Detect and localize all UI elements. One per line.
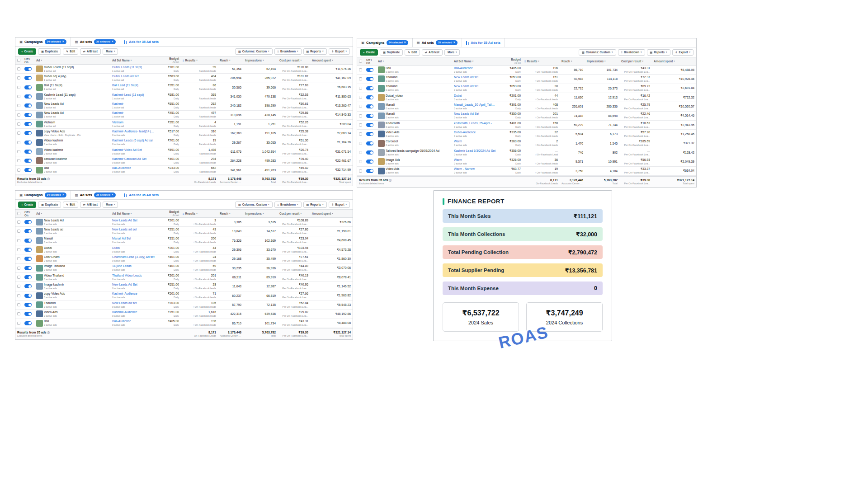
ad-active-toggle[interactable] xyxy=(24,312,32,316)
ad-name[interactable]: Vietnam xyxy=(44,121,56,125)
ad-set-cell[interactable]: New Leads Ad Set 0 active ads xyxy=(110,282,156,291)
ad-name[interactable]: Bali (11 Sept) xyxy=(44,84,62,88)
tab-ads[interactable]: Ads for 35 Ad sets xyxy=(120,38,163,46)
ad-cell[interactable]: Thailand 0 active ads xyxy=(34,300,110,309)
row-toggle-cell[interactable] xyxy=(23,65,34,73)
ad-set-cell[interactable]: Kashmir Video Ad Set 0 active ads xyxy=(110,147,156,156)
columns-button[interactable]: ▥ Columns: Custom ▾ xyxy=(235,48,272,55)
ad-cell[interactable]: Manali 0 active ads xyxy=(376,112,452,120)
tab-campaigns[interactable]: ▣ Campaigns 34 selected × xyxy=(15,191,71,199)
ad-cell[interactable]: Video kashmir 0 active ads xyxy=(34,147,110,156)
duplicate-button[interactable]: ▣ Duplicate xyxy=(380,49,403,56)
ad-cell[interactable]: Char Dham 0 active ads xyxy=(34,254,110,263)
row-checkbox-cell[interactable] xyxy=(15,300,23,309)
column-header-impressions[interactable]: Impressions▾ xyxy=(243,56,278,64)
ad-name[interactable]: Kashmir Lead (11 sept) xyxy=(44,93,75,97)
row-checkbox-cell[interactable] xyxy=(15,129,23,137)
tab-campaigns[interactable]: ▣ Campaigns 34 selected × xyxy=(15,38,71,46)
ad-active-toggle[interactable] xyxy=(366,77,373,81)
ad-set-name-link[interactable]: Dubai Leads ad set xyxy=(112,75,139,79)
ad-cell[interactable]: Dubai Leads (11 sept) 1 active ad xyxy=(34,65,110,73)
ad-set-name-link[interactable]: Kashmir Carousel Ad Set xyxy=(112,157,146,161)
row-checkbox[interactable] xyxy=(17,95,20,98)
close-icon[interactable]: × xyxy=(62,193,64,197)
row-checkbox[interactable] xyxy=(17,122,20,126)
ad-set-cell[interactable]: New Leads ad set 0 active ads xyxy=(452,75,498,83)
breakdown-button[interactable]: ≡ Breakdown ▾ xyxy=(274,48,302,55)
row-checkbox[interactable] xyxy=(17,303,20,306)
ad-name[interactable]: New Leads Ad xyxy=(44,219,64,223)
ad-set-cell[interactable]: Kashmir-Audience 0 active ads xyxy=(110,310,156,318)
ad-cell[interactable]: Image kashmir 0 active ads xyxy=(34,282,110,291)
ad-name[interactable]: Image Ads xyxy=(386,158,400,162)
row-toggle-cell[interactable] xyxy=(23,92,34,101)
ad-set-cell[interactable]: Bali-Audience 0 active ads xyxy=(110,319,156,328)
create-button[interactable]: + Create xyxy=(18,202,36,208)
column-header-ad[interactable]: Ad▾ xyxy=(34,210,110,217)
row-checkbox[interactable] xyxy=(17,159,20,162)
ad-active-toggle[interactable] xyxy=(24,168,32,172)
ad-set-cell[interactable]: Manali Ad Set 0 active ads xyxy=(110,236,156,245)
close-icon[interactable]: × xyxy=(112,40,113,43)
ad-set-cell[interactable]: Kashmir-Audience 0 active ads xyxy=(110,291,156,300)
ad-name[interactable]: Video kashmir xyxy=(44,148,63,152)
row-checkbox-cell[interactable] xyxy=(15,227,23,235)
row-toggle-cell[interactable] xyxy=(23,291,34,300)
columns-button[interactable]: ▥ Columns: Custom ▾ xyxy=(579,49,616,56)
column-header-results[interactable]: ≡Results▾ xyxy=(181,56,218,64)
column-header-reach[interactable]: Reach▾ xyxy=(218,210,243,217)
ad-name[interactable]: New Leads ad xyxy=(44,228,63,232)
row-checkbox[interactable] xyxy=(17,257,20,260)
ad-cell[interactable]: Image Ads 0 active ads xyxy=(376,157,452,166)
reports-button[interactable]: ▤ Reports ▾ xyxy=(647,49,670,56)
row-checkbox-cell[interactable] xyxy=(15,245,23,254)
ad-active-toggle[interactable] xyxy=(24,76,32,80)
row-checkbox[interactable] xyxy=(359,96,362,99)
ad-active-toggle[interactable] xyxy=(24,275,32,279)
ad-name[interactable]: Image kashmir xyxy=(44,283,64,287)
ad-set-name-link[interactable]: Manali Ad Set xyxy=(112,237,131,241)
row-checkbox-cell[interactable] xyxy=(15,101,23,110)
column-header-impressions[interactable]: Impressions▾ xyxy=(243,210,278,217)
column-header-reach[interactable]: Reach▾ xyxy=(560,57,585,65)
ad-name[interactable]: copy Video Ads xyxy=(44,292,65,296)
ad-name[interactable]: Image Thailand xyxy=(44,264,65,268)
row-toggle-cell[interactable] xyxy=(23,156,34,165)
export-button[interactable]: ⇩ Export ▾ xyxy=(329,48,350,55)
ad-cell[interactable]: Dubai ad( 4 july) 1 active ad xyxy=(34,74,110,82)
ad-active-toggle[interactable] xyxy=(24,321,32,325)
column-header-budget[interactable]: BudgetAd set xyxy=(498,57,523,65)
ad-active-toggle[interactable] xyxy=(366,150,373,155)
row-checkbox[interactable] xyxy=(359,132,362,136)
column-header-amount-spent[interactable]: Amount spent▾ xyxy=(652,57,696,65)
row-checkbox[interactable] xyxy=(359,160,362,163)
ad-cell[interactable]: Video Ads 0 active ads xyxy=(34,310,110,318)
column-header-ad[interactable]: Ad▾ xyxy=(376,57,452,65)
row-checkbox-cell[interactable] xyxy=(357,130,364,138)
row-toggle-cell[interactable] xyxy=(23,129,34,137)
column-header-budget[interactable]: BudgetAd set xyxy=(156,56,181,64)
row-checkbox[interactable] xyxy=(17,294,20,297)
edit-button[interactable]: ✎ Edit xyxy=(63,202,78,208)
ad-set-name-link[interactable]: kedarnath_Leads_25-April - Tailor... xyxy=(454,122,496,126)
ad-set-cell[interactable]: Bali Lead (11 Sept) 1 active ad xyxy=(110,83,156,92)
ad-set-name-link[interactable]: New Leads Ad Set xyxy=(454,112,479,116)
ad-active-toggle[interactable] xyxy=(24,294,32,298)
ad-active-toggle[interactable] xyxy=(366,132,373,136)
ad-name[interactable]: Video kashmir xyxy=(44,139,63,143)
ad-set-cell[interactable]: New Leads Ad Set 0 active ads xyxy=(452,112,498,120)
row-checkbox-cell[interactable] xyxy=(15,264,23,272)
ad-name[interactable]: Video Thailand xyxy=(44,274,64,278)
row-toggle-cell[interactable] xyxy=(23,166,34,174)
ad-cell[interactable]: Bali 0 active ads xyxy=(34,166,110,174)
ad-set-cell[interactable]: Chardham Lead (3 July) Ad set 0 active a… xyxy=(110,254,156,263)
ad-cell[interactable]: Bali 0 active ads xyxy=(34,319,110,328)
row-checkbox-cell[interactable] xyxy=(15,156,23,165)
ad-set-cell[interactable]: Kashmir 1 active ad xyxy=(110,111,156,119)
ad-set-name-link[interactable]: Kashmir Lead 5/3/2024 Ad Set xyxy=(454,149,495,153)
ad-name[interactable]: Manali xyxy=(44,237,57,241)
ad-name[interactable]: Bali xyxy=(44,166,57,170)
tab-ad-sets[interactable]: ▦ Ad sets 35 selected × xyxy=(71,191,120,199)
column-header-ad-set-name[interactable]: Ad Set Name▾ xyxy=(110,56,156,64)
header-checkbox-cell[interactable] xyxy=(357,57,364,65)
